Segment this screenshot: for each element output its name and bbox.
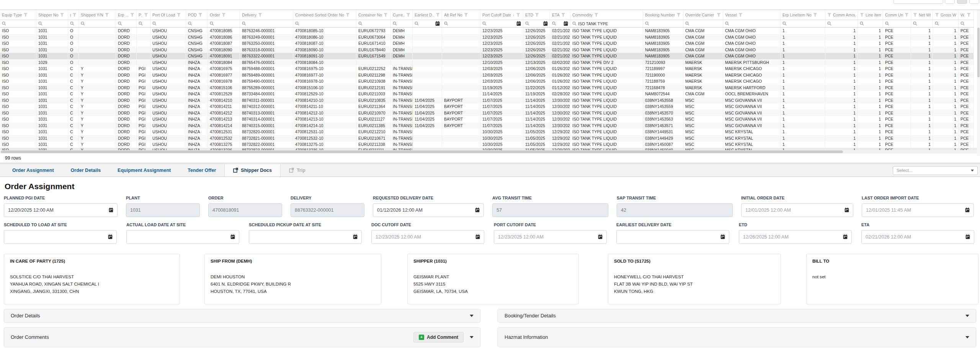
filter-input-pod[interactable] (186, 20, 208, 27)
col-header-pod[interactable]: POD (186, 10, 208, 20)
panel-booking-tender-details[interactable]: Booking/Tender Details (498, 309, 976, 323)
actual-load-date-at-site-input[interactable] (126, 230, 239, 244)
filter-input-override_carrier[interactable] (683, 20, 723, 27)
tab-order-details[interactable]: Order Details (62, 164, 109, 176)
table-row[interactable]: ISO1031CYDORDPGIUSHOUINHZA47008169758875… (0, 65, 974, 72)
filter-input-earliest_d[interactable] (413, 20, 442, 27)
calendar-icon[interactable] (230, 234, 235, 239)
doc-cutoff-date-input[interactable]: 12/23/2025 12:00 AM (371, 230, 484, 244)
filter-input-order[interactable] (208, 20, 240, 27)
chevron-down-icon[interactable] (965, 315, 969, 317)
col-header-port_cutoff_date[interactable]: Port Cutoff Date↓ (480, 10, 523, 20)
calendar-filter-button[interactable] (564, 21, 568, 26)
add-comment-button[interactable]: +Add Comment (413, 332, 464, 343)
calendar-icon[interactable] (843, 234, 848, 239)
filter-input-p[interactable] (137, 20, 150, 27)
filter-icon[interactable] (535, 13, 539, 17)
calendar-icon[interactable] (720, 234, 725, 239)
tab-trip[interactable]: Trip (281, 164, 314, 176)
filter-input-delivery[interactable] (240, 20, 293, 27)
table-row[interactable]: ISO1031CYDORDPGIUSHOUINHZA47008142128874… (0, 110, 974, 116)
etd-input[interactable]: 12/26/2025 12:00 AM (739, 230, 852, 244)
initial-order-date-input[interactable]: 12/01/2025 12:00 AM (741, 203, 853, 217)
table-row[interactable]: ISO1031ODORDUSHOUCNSHG470081809188763322… (0, 53, 974, 59)
filter-icon[interactable] (913, 13, 917, 17)
calendar-filter-button[interactable] (543, 21, 548, 26)
col-header-status_flag[interactable]: ( (68, 10, 79, 20)
filter-input-comm_unit[interactable] (883, 20, 911, 27)
calendar-icon[interactable] (965, 207, 970, 212)
calendar-icon[interactable] (109, 207, 113, 212)
filter-icon[interactable] (516, 13, 520, 17)
last-order-import-date-input[interactable]: 12/01/2025 11:45 AM (862, 203, 974, 217)
table-row[interactable]: ISO1031ODORDUSHOUCNSHG470081808588763246… (0, 28, 974, 34)
table-row[interactable]: ISO1031CYDORDPGIUSHOUINHZA47008142108874… (0, 97, 974, 104)
filter-input-erp_lineitem_no[interactable] (781, 20, 825, 27)
table-row[interactable]: ISO1031CYDORDPGIUSHOUINHZA47008169778875… (0, 72, 974, 78)
calendar-icon[interactable] (353, 234, 358, 239)
filter-input-etd[interactable] (523, 20, 550, 27)
filter-input-eta[interactable] (550, 20, 570, 27)
filter-icon[interactable] (860, 13, 864, 17)
earliest-delivery-date-input[interactable] (616, 230, 729, 244)
table-row[interactable]: ISO1031ODORDUSHOUCNSHG470081808788763250… (0, 40, 974, 47)
panel-order-comments[interactable]: Order Comments+Add Comment (4, 327, 480, 347)
tab-tender-offer[interactable]: Tender Offer (179, 164, 224, 176)
filter-icon[interactable] (594, 13, 598, 17)
filter-icon[interactable] (676, 13, 681, 17)
filter-input-commodity[interactable]: ISO TANK TYPE (570, 20, 643, 27)
chevron-down-icon[interactable] (470, 315, 474, 317)
col-header-alt_ref_no[interactable]: Alt Ref No (442, 10, 480, 20)
horizontal-scrollbar-thumb[interactable] (1, 150, 843, 153)
col-header-line_item[interactable]: Line Item (858, 10, 883, 20)
filter-input-port_cutoff_date[interactable] (480, 20, 523, 27)
filter-input-vessel[interactable] (723, 20, 781, 27)
calendar-icon[interactable] (475, 234, 480, 239)
filter-input-port_of_load[interactable] (150, 20, 186, 27)
col-header-earliest_d[interactable]: Earliest D... (413, 10, 442, 20)
calendar-icon[interactable] (965, 234, 970, 239)
table-row[interactable]: ISO1031CYDORDPGIUSHOUINHZA47008125318873… (0, 129, 974, 135)
filter-input-shipped_yn[interactable] (79, 20, 116, 27)
filter-icon[interactable] (144, 13, 148, 17)
table-row[interactable]: ISO1031CYDORDPGIUSHOUINHZA47008142118874… (0, 103, 974, 110)
horizontal-scrollbar[interactable] (0, 150, 977, 154)
port-cutoff-date-input[interactable]: 12/23/2025 12:00 AM (494, 230, 607, 244)
col-header-etd[interactable]: ETD (523, 10, 550, 20)
col-header-net_wt[interactable]: Net Wt (911, 10, 933, 20)
col-header-order[interactable]: Order (208, 10, 240, 20)
filter-input-alt_ref_no[interactable] (442, 20, 480, 27)
calendar-filter-button[interactable] (516, 21, 521, 26)
col-header-current_status[interactable]: Curre... (391, 10, 413, 20)
filter-icon[interactable] (60, 13, 64, 17)
table-row[interactable]: ISO1031CYDORDPGIUSHOUINHZA47008125328873… (0, 135, 974, 142)
requested-delivery-date-input[interactable]: 01/12/2026 12:00 AM (373, 203, 484, 217)
col-header-commodity[interactable]: Commodity (570, 10, 643, 20)
filter-icon[interactable] (905, 13, 909, 17)
col-header-shipper_no[interactable]: Shipper No (36, 10, 68, 20)
planned-pgi-date-input[interactable]: 12/20/2025 12:00 AM (4, 203, 118, 217)
filter-icon[interactable] (23, 13, 28, 17)
table-row[interactable]: ISO1029ODORDUSHOUINHZA470081808488765476… (0, 59, 974, 66)
tab-equipment-assignment[interactable]: Equipment Assignment (109, 164, 179, 176)
toolbar-button-3[interactable] (969, 0, 979, 4)
filter-icon[interactable] (258, 13, 262, 17)
filter-icon[interactable] (384, 13, 388, 17)
toolbar-button-1[interactable] (945, 0, 955, 4)
filter-icon[interactable] (177, 13, 181, 17)
table-row[interactable]: ISO1031CYDORDPGIUSHOUINHZA47008169788875… (0, 78, 974, 85)
filter-icon[interactable] (967, 13, 971, 17)
filter-icon[interactable] (436, 13, 440, 17)
filter-icon[interactable] (827, 13, 831, 17)
panel-hazmat-information[interactable]: Hazmat Information (498, 327, 976, 347)
filter-icon[interactable] (130, 13, 134, 17)
table-row[interactable]: ISO1031CYDORDPGIUSHOUINHZA47008125298873… (0, 91, 974, 97)
calendar-icon[interactable] (108, 234, 113, 239)
calendar-icon[interactable] (844, 207, 849, 212)
filter-input-shipper_no[interactable] (36, 20, 68, 27)
table-row[interactable]: ISO1031CYDORDPGIUSHOUINHZA47008132758873… (0, 141, 974, 148)
col-header-gross_wt[interactable]: Gross Wt (933, 10, 959, 20)
col-header-combined_sorted_order_no[interactable]: Combined Sorted Order No (293, 10, 356, 20)
col-header-container_no[interactable]: Container No (356, 10, 391, 20)
filter-icon[interactable] (406, 13, 410, 17)
